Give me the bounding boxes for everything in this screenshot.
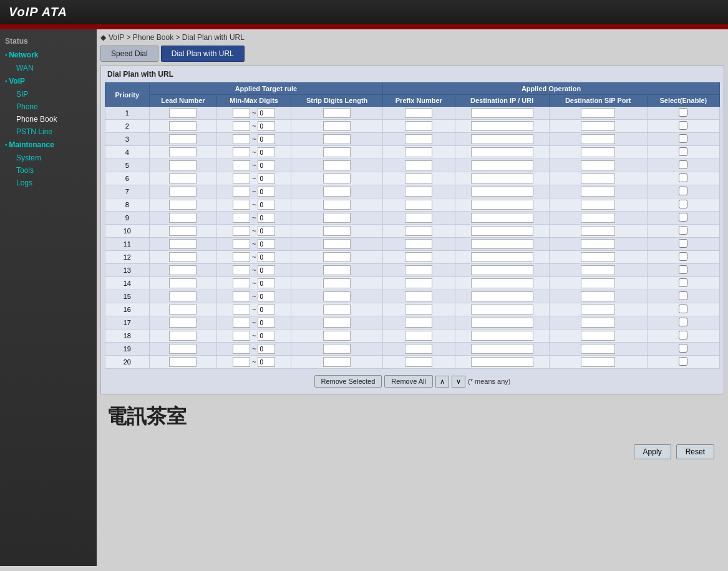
row-7-enable-checkbox[interactable] (679, 187, 687, 195)
row-9-max-input[interactable] (258, 213, 275, 223)
row-14-enable-checkbox[interactable] (679, 278, 687, 287)
row-9-lead-input[interactable] (169, 213, 197, 223)
row-10-max-input[interactable] (258, 226, 275, 236)
row-16-strip-input[interactable] (323, 305, 351, 315)
row-10-strip-input[interactable] (323, 226, 351, 236)
row-15-min-input[interactable] (233, 291, 250, 301)
row-17-strip-input[interactable] (323, 318, 351, 328)
row-18-dest-ip-input[interactable] (471, 331, 533, 341)
row-9-strip-input[interactable] (323, 213, 351, 223)
apply-button[interactable]: Apply (634, 444, 671, 459)
row-13-max-input[interactable] (258, 265, 275, 275)
row-13-prefix-input[interactable] (405, 265, 432, 275)
row-20-dest-sip-input[interactable] (581, 357, 615, 367)
sidebar-wan[interactable]: WAN (0, 62, 97, 74)
remove-selected-button[interactable]: Remove Selected (314, 375, 382, 388)
row-17-dest-ip-input[interactable] (471, 318, 533, 328)
row-8-dest-sip-input[interactable] (581, 200, 615, 210)
row-16-enable-checkbox[interactable] (679, 305, 687, 313)
row-20-prefix-input[interactable] (405, 357, 432, 367)
row-5-dest-sip-input[interactable] (581, 160, 615, 170)
row-7-prefix-input[interactable] (405, 187, 432, 197)
row-15-dest-ip-input[interactable] (471, 291, 533, 301)
row-8-enable-checkbox[interactable] (679, 200, 687, 208)
row-4-strip-input[interactable] (323, 147, 351, 157)
row-12-prefix-input[interactable] (405, 252, 432, 262)
row-16-max-input[interactable] (258, 305, 275, 315)
row-20-max-input[interactable] (258, 357, 275, 367)
row-13-dest-sip-input[interactable] (581, 265, 615, 275)
row-2-enable-checkbox[interactable] (679, 121, 687, 130)
row-6-dest-sip-input[interactable] (581, 173, 615, 183)
row-10-min-input[interactable] (233, 226, 250, 236)
row-11-enable-checkbox[interactable] (679, 239, 687, 248)
row-9-min-input[interactable] (233, 213, 250, 223)
row-3-max-input[interactable] (258, 134, 275, 144)
row-19-enable-checkbox[interactable] (679, 344, 687, 353)
row-20-strip-input[interactable] (323, 357, 351, 367)
remove-all-button[interactable]: Remove All (384, 375, 433, 388)
sidebar-tools[interactable]: Tools (0, 164, 97, 177)
row-7-strip-input[interactable] (323, 187, 351, 197)
row-13-min-input[interactable] (233, 265, 250, 275)
row-1-dest-ip-input[interactable] (471, 108, 533, 118)
row-1-dest-sip-input[interactable] (581, 108, 615, 118)
row-15-lead-input[interactable] (169, 291, 197, 301)
row-1-max-input[interactable] (258, 108, 275, 118)
row-20-enable-checkbox[interactable] (679, 357, 687, 366)
row-1-enable-checkbox[interactable] (679, 108, 687, 117)
row-9-dest-ip-input[interactable] (471, 213, 533, 223)
row-14-lead-input[interactable] (169, 278, 197, 288)
row-8-dest-ip-input[interactable] (471, 200, 533, 210)
row-4-min-input[interactable] (233, 147, 250, 157)
row-5-min-input[interactable] (233, 160, 250, 170)
row-18-min-input[interactable] (233, 331, 250, 341)
reset-button[interactable]: Reset (676, 444, 714, 459)
row-14-min-input[interactable] (233, 278, 250, 288)
row-8-max-input[interactable] (258, 200, 275, 210)
row-19-strip-input[interactable] (323, 344, 351, 354)
row-4-max-input[interactable] (258, 147, 275, 157)
row-4-lead-input[interactable] (169, 147, 197, 157)
row-3-enable-checkbox[interactable] (679, 134, 687, 143)
row-18-dest-sip-input[interactable] (581, 331, 615, 341)
sidebar-network[interactable]: ▪ Network (0, 48, 97, 62)
row-16-dest-sip-input[interactable] (581, 305, 615, 315)
row-10-lead-input[interactable] (169, 226, 197, 236)
row-13-dest-ip-input[interactable] (471, 265, 533, 275)
row-8-strip-input[interactable] (323, 200, 351, 210)
row-9-enable-checkbox[interactable] (679, 213, 687, 222)
row-16-min-input[interactable] (233, 305, 250, 315)
row-17-min-input[interactable] (233, 318, 250, 328)
row-3-dest-ip-input[interactable] (471, 134, 533, 144)
row-2-max-input[interactable] (258, 121, 275, 131)
sidebar-sip[interactable]: SIP (0, 88, 97, 100)
row-13-strip-input[interactable] (323, 265, 351, 275)
row-7-lead-input[interactable] (169, 187, 197, 197)
row-7-dest-ip-input[interactable] (471, 187, 533, 197)
row-2-dest-ip-input[interactable] (471, 121, 533, 131)
row-9-dest-sip-input[interactable] (581, 213, 615, 223)
row-5-dest-ip-input[interactable] (471, 160, 533, 170)
row-2-dest-sip-input[interactable] (581, 121, 615, 131)
row-13-enable-checkbox[interactable] (679, 265, 687, 274)
row-8-prefix-input[interactable] (405, 200, 432, 210)
row-16-lead-input[interactable] (169, 305, 197, 315)
row-19-dest-ip-input[interactable] (471, 344, 533, 354)
row-6-max-input[interactable] (258, 173, 275, 183)
row-11-max-input[interactable] (258, 239, 275, 249)
row-19-prefix-input[interactable] (405, 344, 432, 354)
row-15-enable-checkbox[interactable] (679, 291, 687, 300)
row-18-enable-checkbox[interactable] (679, 331, 687, 339)
row-7-max-input[interactable] (258, 187, 275, 197)
row-11-strip-input[interactable] (323, 239, 351, 249)
tab-speed-dial[interactable]: Speed Dial (100, 46, 158, 62)
sidebar-maintenance[interactable]: ▪ Maintenance (0, 138, 97, 152)
row-1-strip-input[interactable] (323, 108, 351, 118)
row-20-dest-ip-input[interactable] (471, 357, 533, 367)
row-17-prefix-input[interactable] (405, 318, 432, 328)
row-20-min-input[interactable] (233, 357, 250, 367)
tab-dial-plan-url[interactable]: Dial Plan with URL (161, 46, 245, 62)
row-5-max-input[interactable] (258, 160, 275, 170)
row-14-prefix-input[interactable] (405, 278, 432, 288)
